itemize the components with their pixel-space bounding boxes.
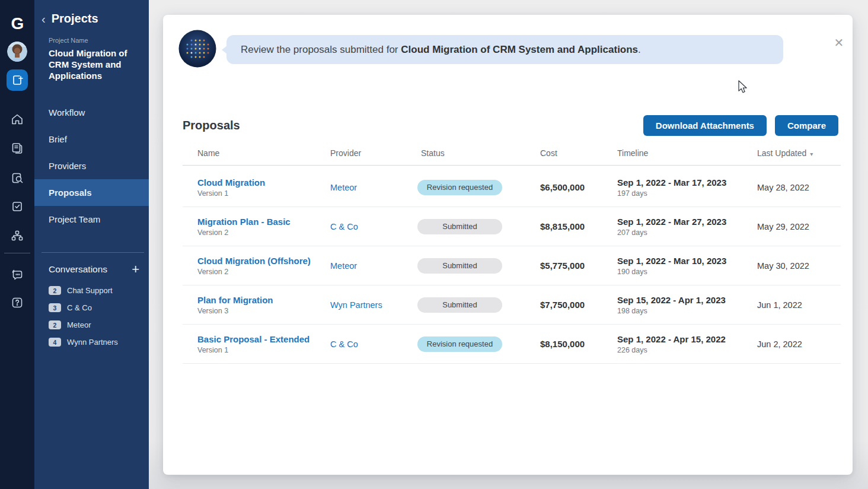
unread-count-badge: 3 bbox=[49, 303, 61, 312]
documents-nav[interactable] bbox=[10, 141, 24, 155]
provider-link[interactable]: Meteor bbox=[330, 261, 357, 271]
status-badge: Revision requested bbox=[417, 180, 502, 195]
tasks-check-icon bbox=[10, 199, 24, 214]
compare-button[interactable]: Compare bbox=[775, 115, 838, 136]
main-area: ✕ bbox=[149, 0, 868, 489]
help-nav[interactable] bbox=[10, 296, 24, 310]
timeline-days: 190 days bbox=[617, 268, 757, 276]
app-logo: G bbox=[11, 14, 24, 33]
timeline-days: 198 days bbox=[617, 307, 757, 315]
add-project-button[interactable] bbox=[7, 69, 28, 91]
conversation-name: Wynn Partners bbox=[67, 338, 118, 347]
status-badge: Revision requested bbox=[417, 336, 502, 352]
conversation-item-wynn-partners[interactable]: 4 Wynn Partners bbox=[34, 334, 149, 351]
home-icon bbox=[10, 112, 24, 126]
proposals-table: Name Provider Status Cost Timeline Last … bbox=[183, 141, 841, 364]
provider-link[interactable]: C & Co bbox=[330, 222, 358, 231]
proposal-name-link[interactable]: Basic Proposal - Extended bbox=[197, 334, 330, 344]
unread-count-badge: 2 bbox=[49, 286, 61, 295]
chat-icon bbox=[10, 267, 24, 281]
search-documents-nav[interactable] bbox=[10, 171, 24, 185]
provider-link[interactable]: C & Co bbox=[330, 339, 358, 349]
proposal-cost: $8,815,000 bbox=[540, 221, 617, 231]
proposal-version: Version 1 bbox=[197, 189, 330, 198]
sidebar-item-workflow[interactable]: Workflow bbox=[34, 99, 149, 126]
user-avatar[interactable] bbox=[7, 42, 27, 62]
timeline-range: Sep 15, 2022 - Apr 1, 2023 bbox=[617, 295, 757, 305]
table-row[interactable]: Cloud Migration (Offshore) Version 2 Met… bbox=[183, 246, 841, 285]
conversation-name: Chat Support bbox=[67, 286, 113, 295]
documents-icon bbox=[10, 141, 24, 155]
sidebar-item-project-team[interactable]: Project Team bbox=[34, 206, 149, 233]
add-conversation-button[interactable]: + bbox=[130, 263, 141, 276]
project-name-label: Project Name bbox=[49, 37, 88, 44]
proposal-cost: $5,775,000 bbox=[540, 261, 617, 271]
column-header-provider: Provider bbox=[330, 148, 421, 158]
rail-divider bbox=[4, 253, 30, 253]
timeline-range: Sep 1, 2022 - Mar 10, 2023 bbox=[617, 256, 757, 266]
last-updated-date: May 30, 2022 bbox=[757, 261, 841, 271]
proposal-version: Version 2 bbox=[197, 268, 330, 276]
status-badge: Submitted bbox=[417, 258, 502, 274]
timeline-range: Sep 1, 2022 - Apr 15, 2022 bbox=[617, 334, 757, 344]
chat-nav[interactable] bbox=[10, 267, 24, 281]
column-header-timeline: Timeline bbox=[617, 148, 757, 158]
conversations-title: Conversations bbox=[49, 264, 107, 275]
table-row[interactable]: Cloud Migration Version 1 Meteor Revisio… bbox=[183, 168, 841, 207]
timeline-days: 197 days bbox=[617, 189, 757, 198]
sort-desc-icon: ▾ bbox=[810, 151, 813, 157]
column-header-cost: Cost bbox=[540, 148, 617, 158]
back-chevron-icon: ‹ bbox=[40, 13, 47, 25]
help-icon bbox=[10, 296, 24, 310]
table-row[interactable]: Plan for Migration Version 3 Wyn Partner… bbox=[183, 285, 841, 325]
proposal-version: Version 3 bbox=[197, 307, 330, 315]
unread-count-badge: 2 bbox=[49, 320, 61, 329]
assistant-message-bubble: Review the proposals submitted for Cloud… bbox=[226, 35, 783, 64]
proposal-name-link[interactable]: Migration Plan - Basic bbox=[197, 217, 330, 227]
provider-link[interactable]: Meteor bbox=[330, 183, 357, 192]
conversations-header: Conversations + bbox=[49, 263, 141, 276]
proposal-name-link[interactable]: Cloud Migration (Offshore) bbox=[197, 256, 330, 266]
unread-count-badge: 4 bbox=[49, 338, 61, 347]
timeline-range: Sep 1, 2022 - Mar 17, 2023 bbox=[617, 177, 757, 188]
download-attachments-button[interactable]: Download Attachments bbox=[643, 115, 767, 136]
sidebar-divider bbox=[42, 252, 144, 253]
conversation-name: C & Co bbox=[67, 303, 92, 312]
tasks-nav[interactable] bbox=[10, 199, 24, 214]
table-row[interactable]: Migration Plan - Basic Version 2 C & Co … bbox=[183, 207, 841, 246]
last-updated-date: Jun 1, 2022 bbox=[757, 300, 841, 310]
home-nav[interactable] bbox=[10, 112, 24, 126]
sidebar-item-proposals[interactable]: Proposals bbox=[34, 179, 149, 206]
proposal-cost: $8,150,000 bbox=[540, 339, 617, 349]
table-row[interactable]: Basic Proposal - Extended Version 1 C & … bbox=[183, 325, 841, 364]
org-chart-icon bbox=[10, 228, 24, 243]
conversation-item-chat-support[interactable]: 2 Chat Support bbox=[34, 282, 149, 299]
proposal-version: Version 2 bbox=[197, 228, 330, 237]
proposal-name-link[interactable]: Plan for Migration bbox=[197, 295, 330, 305]
column-header-last-updated[interactable]: Last Updated▾ bbox=[757, 148, 841, 158]
org-chart-nav[interactable] bbox=[10, 228, 24, 243]
timeline-range: Sep 1, 2022 - Mar 27, 2023 bbox=[617, 217, 757, 227]
column-header-status: Status bbox=[421, 148, 540, 158]
user-avatar-image bbox=[7, 42, 27, 62]
conversation-item-c-and-co[interactable]: 3 C & Co bbox=[34, 299, 149, 316]
proposals-panel: ✕ bbox=[163, 15, 853, 475]
last-updated-date: Jun 2, 2022 bbox=[757, 339, 841, 349]
projects-back-header[interactable]: ‹ Projects bbox=[40, 12, 98, 26]
add-project-icon bbox=[10, 73, 24, 87]
sidebar-item-brief[interactable]: Brief bbox=[34, 126, 149, 153]
project-sidebar: ‹ Projects Project Name Cloud Migration … bbox=[34, 0, 149, 489]
last-updated-date: May 29, 2022 bbox=[757, 222, 841, 231]
status-badge: Submitted bbox=[417, 297, 502, 313]
sidebar-item-providers[interactable]: Providers bbox=[34, 153, 149, 179]
provider-link[interactable]: Wyn Partners bbox=[330, 300, 382, 310]
close-icon[interactable]: ✕ bbox=[832, 36, 845, 49]
proposal-cost: $6,500,000 bbox=[540, 182, 617, 192]
sidebar-nav: Workflow Brief Providers Proposals Proje… bbox=[34, 99, 149, 233]
sidebar-header-title: Projects bbox=[52, 12, 98, 26]
table-header-row: Name Provider Status Cost Timeline Last … bbox=[183, 141, 841, 165]
timeline-days: 226 days bbox=[617, 346, 757, 354]
proposal-name-link[interactable]: Cloud Migration bbox=[197, 177, 330, 188]
app-root: G bbox=[0, 0, 868, 489]
conversation-item-meteor[interactable]: 2 Meteor bbox=[34, 316, 149, 334]
